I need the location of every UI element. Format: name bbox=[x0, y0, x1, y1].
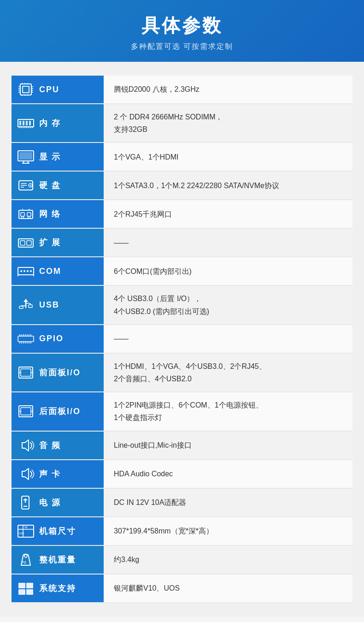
spec-label-text-cpu: CPU bbox=[39, 85, 59, 95]
spec-label-text-power: 电 源 bbox=[39, 497, 61, 508]
display-icon bbox=[16, 149, 35, 164]
page-subtitle: 多种配置可选 可按需求定制 bbox=[9, 42, 355, 52]
spec-label-audio: 音 频 bbox=[12, 432, 104, 459]
spec-value-soundcard: HDA Audio Codec bbox=[104, 460, 352, 488]
svg-rect-51 bbox=[20, 241, 25, 245]
svg-rect-43 bbox=[27, 213, 31, 216]
spec-label-text-os: 系统支持 bbox=[39, 583, 76, 594]
spec-label-size: mm W 机箱尺寸 bbox=[12, 517, 104, 545]
spec-row-memory: 内 存 2 个 DDR4 2666MHz SODIMM，支持32GB bbox=[12, 104, 352, 143]
svg-rect-88 bbox=[21, 408, 31, 415]
spec-row-soundcard: 声 卡 HDA Audio Codec bbox=[12, 460, 352, 489]
spec-value-memory: 2 个 DDR4 2666MHz SODIMM，支持32GB bbox=[104, 104, 352, 142]
svg-rect-52 bbox=[27, 241, 31, 245]
spec-row-com: COM 6个COM口(需内部引出) bbox=[12, 257, 352, 286]
spec-label-display: 显 示 bbox=[12, 143, 104, 171]
svg-rect-102 bbox=[26, 583, 33, 588]
svg-rect-21 bbox=[29, 121, 31, 125]
spec-value-weight: 约3.4kg bbox=[104, 546, 352, 574]
spec-row-storage: 硬 盘 1个SATA3.0，1个M.2 2242/2280 SATA/NVMe协… bbox=[12, 172, 352, 200]
spec-label-text-size: 机箱尺寸 bbox=[39, 526, 76, 537]
spec-row-gpio: GPIO —— bbox=[12, 325, 352, 354]
svg-text:kg: kg bbox=[22, 560, 26, 564]
content-area: CPU 腾锐D2000 八核，2.3GHz 内 存 2 个 DDR4 2666M… bbox=[0, 62, 364, 617]
spec-label-text-audio: 音 频 bbox=[39, 440, 61, 451]
spec-value-front-io: 1个HDMI、1个VGA、4个USB3.0、2个RJ45、2个音频口、4个USB… bbox=[104, 354, 352, 391]
page-header: 具体参数 多种配置可选 可按需求定制 bbox=[0, 0, 364, 62]
spec-value-cpu: 腾锐D2000 八核，2.3GHz bbox=[104, 76, 352, 103]
spec-label-expand: 扩 展 bbox=[12, 229, 104, 256]
svg-rect-42 bbox=[21, 213, 24, 216]
storage-icon bbox=[16, 178, 35, 193]
spec-value-audio: Line-out接口,Mic-in接口 bbox=[104, 432, 352, 459]
cpu-icon bbox=[16, 82, 35, 97]
spec-label-text-expand: 扩 展 bbox=[39, 237, 61, 248]
spec-value-size: 307*199.4*58mm（宽*深*高） bbox=[104, 517, 352, 545]
spec-value-usb: 4个 USB3.0（后置 I/O），4个USB2.0 (需内部引出可选) bbox=[104, 286, 352, 324]
spec-label-text-front-io: 前面板I/O bbox=[39, 367, 81, 378]
memory-icon bbox=[16, 116, 35, 130]
spec-value-rear-io: 1个2PIN电源接口、6个COM、1个电源按钮、1个硬盘指示灯 bbox=[104, 392, 352, 430]
spec-row-usb: USB 4个 USB3.0（后置 I/O），4个USB2.0 (需内部引出可选) bbox=[12, 286, 352, 325]
svg-point-99 bbox=[24, 555, 27, 557]
spec-value-os: 银河麒麟V10、UOS bbox=[104, 575, 352, 602]
spec-row-power: 电 源 DC IN 12V 10A适配器 bbox=[12, 489, 352, 517]
svg-text:W: W bbox=[24, 526, 28, 529]
spec-label-text-network: 网 络 bbox=[39, 208, 61, 219]
spec-label-text-com: COM bbox=[39, 267, 61, 276]
spec-row-front-io: 前面板I/O 1个HDMI、1个VGA、4个USB3.0、2个RJ45、2个音频… bbox=[12, 354, 352, 392]
svg-rect-84 bbox=[21, 369, 31, 376]
spec-label-text-weight: 整机重量 bbox=[39, 554, 76, 565]
weight-icon: kg bbox=[16, 552, 35, 567]
svg-rect-20 bbox=[26, 121, 28, 125]
spec-value-display: 1个VGA、1个HDMI bbox=[104, 143, 352, 171]
spec-table: CPU 腾锐D2000 八核，2.3GHz 内 存 2 个 DDR4 2666M… bbox=[12, 76, 352, 603]
svg-rect-68 bbox=[18, 336, 34, 342]
spec-row-weight: kg 整机重量 约3.4kg bbox=[12, 546, 352, 575]
spec-value-gpio: —— bbox=[104, 325, 352, 353]
spec-label-gpio: GPIO bbox=[12, 325, 104, 353]
svg-point-37 bbox=[30, 185, 31, 186]
svg-rect-50 bbox=[18, 239, 33, 247]
usb-icon bbox=[16, 298, 35, 313]
spec-value-expand: —— bbox=[104, 229, 352, 256]
spec-row-audio: 音 频 Line-out接口,Mic-in接口 bbox=[12, 432, 352, 460]
power-icon bbox=[16, 495, 35, 510]
spec-label-text-rear-io: 后面板I/O bbox=[39, 406, 81, 417]
spec-label-storage: 硬 盘 bbox=[12, 172, 104, 199]
gpio-icon bbox=[16, 332, 35, 346]
spec-label-text-gpio: GPIO bbox=[39, 334, 64, 344]
spec-row-display: 显 示 1个VGA、1个HDMI bbox=[12, 143, 352, 172]
svg-point-56 bbox=[27, 270, 29, 272]
svg-rect-18 bbox=[19, 121, 21, 125]
com-icon bbox=[16, 264, 35, 278]
svg-point-57 bbox=[30, 270, 32, 272]
svg-rect-104 bbox=[26, 589, 33, 595]
spec-label-soundcard: 声 卡 bbox=[12, 460, 104, 488]
svg-point-55 bbox=[23, 270, 25, 272]
svg-rect-19 bbox=[23, 121, 24, 125]
spec-row-rear-io: 后面板I/O 1个2PIN电源接口、6个COM、1个电源按钮、1个硬盘指示灯 bbox=[12, 392, 352, 431]
spec-value-storage: 1个SATA3.0，1个M.2 2242/2280 SATA/NVMe协议 bbox=[104, 172, 352, 199]
spec-label-network: 网 络 bbox=[12, 200, 104, 228]
spec-value-network: 2个RJ45千兆网口 bbox=[104, 200, 352, 228]
spec-label-com: COM bbox=[12, 257, 104, 285]
spec-value-com: 6个COM口(需内部引出) bbox=[104, 257, 352, 285]
spec-label-rear-io: 后面板I/O bbox=[12, 392, 104, 430]
spec-row-size: mm W 机箱尺寸 307*199.4*58mm（宽*深*高） bbox=[12, 517, 352, 546]
svg-marker-61 bbox=[23, 299, 28, 302]
spec-row-os: 系统支持 银河麒麟V10、UOS bbox=[12, 575, 352, 603]
spec-label-front-io: 前面板I/O bbox=[12, 354, 104, 391]
audio-icon bbox=[16, 438, 35, 453]
network-icon bbox=[16, 207, 35, 221]
svg-rect-31 bbox=[19, 152, 32, 160]
expand-icon bbox=[16, 235, 35, 250]
panel-icon bbox=[16, 404, 35, 419]
panel-icon bbox=[16, 365, 35, 380]
spec-label-text-soundcard: 声 卡 bbox=[39, 468, 61, 480]
spec-row-cpu: CPU 腾锐D2000 八核，2.3GHz bbox=[12, 76, 352, 104]
svg-rect-101 bbox=[18, 583, 25, 588]
audio-icon bbox=[16, 467, 35, 481]
spec-label-os: 系统支持 bbox=[12, 575, 104, 602]
spec-label-text-memory: 内 存 bbox=[39, 118, 61, 129]
